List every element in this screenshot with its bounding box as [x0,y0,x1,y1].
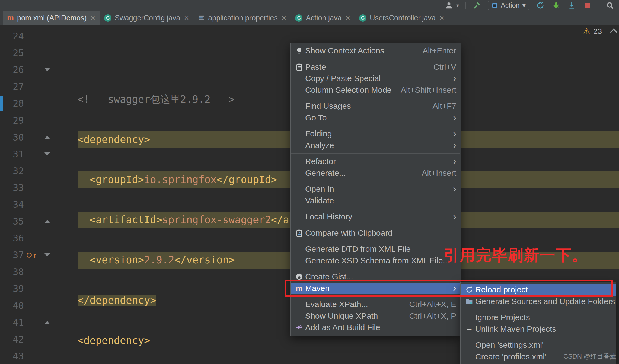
line-number: 32 [0,165,24,176]
editor-gutter: 24 25 26 27 28 29 30 31 32 33 34 35 36 3… [0,25,65,364]
gutter-line: 37↑ [0,247,65,263]
menu-shortcut: Alt+Insert [422,168,456,178]
toolbar-separator [465,2,466,9]
debug-bug-icon[interactable] [551,1,561,10]
menu-item-column-selection-mode[interactable]: Column Selection Mode Alt+Shift+Insert [291,84,461,96]
gutter-line: 38 [0,263,65,280]
menu-separator [291,153,460,154]
run-configuration-select[interactable]: Action ▾ [488,1,529,10]
menu-item-label: Local History [305,212,352,221]
toolbar-separator [599,2,599,9]
menu-item-show-context-actions[interactable]: Show Context Actions Alt+Enter [291,45,461,57]
menu-item-compare-with-clipboard[interactable]: Compare with Clipboard [291,227,461,239]
menu-shortcut: Alt+Shift+Insert [401,85,456,95]
gutter-bookmark-icon[interactable]: ↑ [27,251,37,259]
warning-count: 23 [594,27,602,36]
menu-item-generate-dtd[interactable]: Generate DTD from XML File [291,243,461,255]
menu-item-validate[interactable]: Validate [291,195,461,207]
gutter-line: 35 [0,213,65,230]
menu-item-label: Unlink Maven Projects [475,324,556,334]
menu-item-open-in[interactable]: Open In › [291,183,461,195]
tab-userscontroller-java[interactable]: C UsersController.java × [355,11,449,25]
menu-item-paste[interactable]: Paste Ctrl+V [291,61,461,73]
gutter-line: 39 [0,280,65,297]
stop-icon[interactable] [583,1,592,10]
line-number: 24 [0,31,24,41]
tab-close-icon[interactable]: × [439,13,444,23]
tab-close-icon[interactable]: × [282,13,286,23]
lightbulb-icon [293,47,305,55]
menu-item-show-unique-xpath[interactable]: Show Unique XPath Ctrl+Alt+X, P [291,310,461,322]
menu-shortcut: Ctrl+Alt+X, P [409,311,456,321]
menu-item-label: Generate DTD from XML File [305,244,411,254]
menu-separator [461,309,615,309]
menu-item-label: Refactor [305,157,336,166]
rerun-icon[interactable] [536,1,545,10]
submenu-item-generate-sources[interactable]: Generate Sources and Update Folders [461,296,616,307]
java-class-icon: C [359,14,366,22]
tab-close-icon[interactable]: × [345,13,350,23]
code-text: </groupId> [216,174,277,186]
fold-marker-icon[interactable] [44,253,50,257]
menu-separator [291,59,460,59]
warning-icon: ⚠ [583,27,590,36]
menu-separator [461,337,615,337]
menu-shortcut: Ctrl+Alt+X, E [409,300,456,309]
run-config-caret-icon: ▾ [522,1,526,9]
submenu-item-unlink-maven-projects[interactable]: − Unlink Maven Projects [461,323,616,335]
menu-item-go-to[interactable]: Go To › [291,112,461,124]
menu-item-find-usages[interactable]: Find Usages Alt+F7 [291,100,461,112]
menu-item-folding[interactable]: Folding › [291,128,461,140]
submenu-item-open-settings-xml[interactable]: Open 'settings.xml' [461,339,616,351]
menu-item-label: Open In [305,184,334,194]
fold-marker-icon[interactable] [44,68,50,71]
update-application-icon[interactable] [567,1,576,10]
menu-item-evaluate-xpath[interactable]: Evaluate XPath... Ctrl+Alt+X, E [291,299,461,310]
submenu-item-ignore-projects[interactable]: Ignore Projects [461,312,616,323]
menu-item-generate[interactable]: Generate... Alt+Insert [291,167,461,179]
tab-action-java[interactable]: C Action.java × [291,11,355,25]
generate-sources-icon [463,298,475,305]
inspections-widget[interactable]: ⚠ 23 [583,27,616,36]
menu-item-label: Show Unique XPath [305,311,378,321]
fold-marker-icon[interactable] [44,220,50,223]
line-number: 36 [0,233,24,244]
tab-label: UsersController.java [370,14,436,22]
tab-swaggerconfig-java[interactable]: C SwaggerConfig.java × [100,11,193,25]
menu-item-label: Compare with Clipboard [305,228,393,238]
line-number: 37 [0,250,24,260]
tab-label: Action.java [306,14,342,22]
fold-marker-icon[interactable] [44,321,50,324]
user-caret-icon[interactable]: ▾ [456,2,459,9]
menu-item-local-history[interactable]: Local History › [291,211,461,223]
fold-marker-icon[interactable] [44,136,50,139]
ide-window: ▾ Action ▾ m pom.xml (APIDemos) [0,0,619,364]
main-toolbar: ▾ Action ▾ [0,0,619,11]
build-hammer-icon[interactable] [472,1,481,10]
compare-clipboard-icon [293,229,305,237]
code-text: <artifactId> [90,214,162,226]
run-config-app-icon [492,2,498,9]
tab-close-icon[interactable]: × [184,13,189,23]
editor-tab-bar: m pom.xml (APIDemos) × C SwaggerConfig.j… [0,11,619,25]
menu-item-copy-paste-special[interactable]: Copy / Paste Special › [291,73,461,84]
tab-application-properties[interactable]: application.properties × [193,11,291,25]
submenu-arrow-icon: › [453,113,456,123]
chevron-up-icon[interactable] [610,28,617,36]
user-account-icon[interactable] [444,1,454,10]
menu-separator [291,241,460,241]
menu-item-add-as-ant-build-file[interactable]: Add as Ant Build File [291,322,461,333]
menu-item-generate-xsd[interactable]: Generate XSD Schema from XML File... [291,255,461,267]
line-number: 26 [0,64,24,75]
menu-item-refactor[interactable]: Refactor › [291,156,461,167]
fold-marker-icon[interactable] [44,152,50,156]
search-everywhere-icon[interactable] [605,1,615,10]
menu-item-analyze[interactable]: Analyze › [291,140,461,151]
submenu-arrow-icon: › [453,184,456,194]
code-text: <version> [90,254,144,266]
menu-item-label: Ignore Projects [475,313,530,322]
gutter-line: 43 [0,348,65,364]
menu-shortcut: Alt+Enter [423,46,456,55]
tab-close-icon[interactable]: × [90,13,95,23]
tab-pom-xml[interactable]: m pom.xml (APIDemos) × [3,11,100,25]
